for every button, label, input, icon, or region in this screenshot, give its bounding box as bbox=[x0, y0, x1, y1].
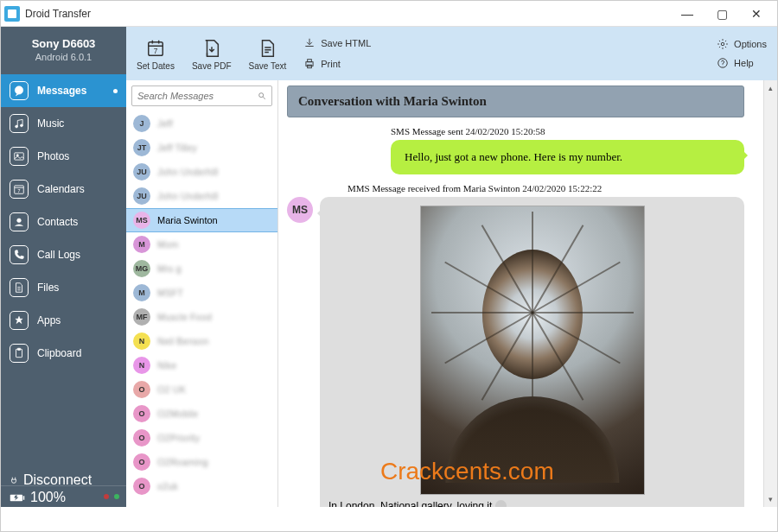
contact-item[interactable]: NNeil Benson bbox=[126, 329, 277, 353]
tool-label: Set Dates bbox=[137, 61, 175, 71]
minimize-button[interactable]: — bbox=[670, 2, 705, 26]
sent-meta: SMS Message sent 24/02/2020 15:20:58 bbox=[391, 126, 744, 136]
contact-item[interactable]: JJeff bbox=[126, 111, 277, 136]
nav-clipboard[interactable]: Clipboard bbox=[1, 337, 126, 370]
contact-name: Muscle Food bbox=[157, 312, 212, 322]
set-dates-button[interactable]: 7 Set Dates bbox=[137, 37, 175, 71]
print-button[interactable]: Print bbox=[303, 58, 371, 70]
contact-avatar: J bbox=[133, 115, 150, 132]
contact-item[interactable]: MMom bbox=[126, 232, 277, 256]
save-pdf-button[interactable]: Save PDF bbox=[192, 37, 232, 71]
nav-list: Messages Music Photos 7 Calendars Contac… bbox=[1, 74, 126, 474]
nav-label: Contacts bbox=[37, 216, 78, 228]
contact-item[interactable]: NNike bbox=[126, 353, 277, 377]
contact-item[interactable]: JTJeff Tilley bbox=[126, 136, 277, 160]
scroll-up-icon[interactable]: ▴ bbox=[768, 84, 773, 92]
nav-call-logs[interactable]: Call Logs bbox=[1, 238, 126, 271]
music-icon bbox=[10, 114, 29, 133]
contact-avatar: O bbox=[133, 429, 150, 446]
close-button[interactable]: ✕ bbox=[739, 2, 774, 26]
save-html-button[interactable]: Save HTML bbox=[303, 37, 371, 49]
contact-name: O2Mobile bbox=[157, 408, 198, 419]
contact-name: Jeff bbox=[157, 118, 173, 129]
dot-indicator bbox=[113, 89, 118, 93]
nav-label: Music bbox=[37, 117, 64, 130]
tool-label: Save PDF bbox=[192, 61, 232, 71]
contact-item[interactable]: OO2Priority bbox=[126, 426, 277, 450]
conversation-title: Conversation with Maria Swinton bbox=[287, 86, 744, 117]
nav-label: Messages bbox=[37, 85, 86, 97]
svg-point-2 bbox=[16, 125, 18, 128]
search-input[interactable] bbox=[137, 91, 258, 101]
nav-photos[interactable]: Photos bbox=[1, 140, 126, 173]
contact-name: Maria Swinton bbox=[157, 215, 218, 225]
messages-icon bbox=[10, 81, 29, 100]
gear-icon bbox=[717, 38, 729, 50]
conversation-panel: Conversation with Maria Swinton SMS Mess… bbox=[278, 80, 763, 507]
nav-label: Clipboard bbox=[37, 347, 81, 359]
nav-calendars[interactable]: 7 Calendars bbox=[1, 173, 126, 206]
device-version: Android 6.0.1 bbox=[8, 52, 119, 62]
svg-point-3 bbox=[20, 124, 22, 127]
tool-label: Save Text bbox=[249, 61, 287, 71]
contact-avatar: MF bbox=[133, 308, 150, 326]
contact-item[interactable]: MMSFT bbox=[126, 281, 277, 305]
contact-item[interactable]: OO2Mobile bbox=[126, 402, 277, 426]
svg-point-8 bbox=[17, 218, 22, 223]
files-icon bbox=[10, 278, 29, 297]
svg-point-1 bbox=[15, 86, 22, 94]
contact-avatar: JU bbox=[133, 163, 150, 180]
contact-name: Neil Benson bbox=[157, 336, 208, 346]
scroll-down-icon[interactable]: ▾ bbox=[768, 495, 773, 504]
contact-item[interactable]: JUJohn Underhill bbox=[126, 184, 277, 208]
contact-list[interactable]: JJeffJTJeff TilleyJUJohn UnderhillJUJohn… bbox=[126, 111, 277, 507]
print-icon bbox=[303, 58, 316, 70]
contact-avatar: M bbox=[133, 284, 150, 301]
nav-files[interactable]: Files bbox=[1, 271, 126, 304]
svg-rect-0 bbox=[8, 10, 16, 18]
svg-point-18 bbox=[721, 42, 724, 46]
contact-avatar: O bbox=[133, 405, 150, 422]
scrollbar[interactable]: ▴ ▾ bbox=[763, 80, 777, 507]
mms-image bbox=[420, 206, 645, 495]
contact-name: Jeff Tilley bbox=[157, 142, 197, 153]
pdf-icon bbox=[201, 37, 223, 60]
nav-label: Call Logs bbox=[37, 249, 80, 261]
contact-item[interactable]: MGMrs g bbox=[126, 256, 277, 281]
plug-icon bbox=[10, 476, 18, 484]
disconnect-button[interactable]: Disconnect bbox=[1, 474, 126, 486]
contact-avatar: JT bbox=[133, 139, 150, 156]
nav-apps[interactable]: Apps bbox=[1, 304, 126, 337]
contact-item[interactable]: Oo2uk bbox=[126, 474, 277, 498]
options-button[interactable]: Options bbox=[717, 38, 767, 50]
svg-rect-10 bbox=[17, 348, 21, 350]
nav-messages[interactable]: Messages bbox=[1, 74, 126, 107]
photos-icon bbox=[10, 147, 29, 166]
contact-name: O2Roaming bbox=[157, 457, 208, 467]
nav-contacts[interactable]: Contacts bbox=[1, 206, 126, 238]
device-info: Sony D6603 Android 6.0.1 bbox=[1, 27, 126, 74]
contact-item[interactable]: JUJohn Underhill bbox=[126, 160, 277, 184]
nav-music[interactable]: Music bbox=[1, 107, 126, 140]
led-red bbox=[104, 494, 109, 499]
tool-label: Save HTML bbox=[321, 38, 371, 48]
calendar-icon: 7 bbox=[10, 180, 29, 199]
contact-item[interactable]: OO2 UK bbox=[126, 377, 277, 402]
save-text-button[interactable]: Save Text bbox=[249, 37, 287, 71]
app-icon bbox=[4, 6, 20, 22]
search-box[interactable] bbox=[131, 86, 272, 106]
calendar-dates-icon: 7 bbox=[144, 37, 167, 60]
tool-label: Help bbox=[734, 58, 754, 68]
contact-name: MSFT bbox=[157, 288, 183, 298]
apps-icon bbox=[10, 311, 29, 330]
contact-item[interactable]: OO2Roaming bbox=[126, 450, 277, 474]
contact-item[interactable]: MSMaria Swinton bbox=[126, 208, 277, 232]
contact-name: Mom bbox=[157, 239, 178, 250]
mms-message: MS In London, National gallery. loving i… bbox=[287, 197, 744, 507]
sidebar: Sony D6603 Android 6.0.1 Messages Music … bbox=[1, 27, 126, 507]
contact-avatar: MG bbox=[133, 260, 150, 277]
maximize-button[interactable]: ▢ bbox=[705, 2, 739, 26]
help-button[interactable]: Help bbox=[717, 57, 767, 69]
contact-item[interactable]: MFMuscle Food bbox=[126, 305, 277, 329]
phone-icon bbox=[10, 245, 29, 264]
